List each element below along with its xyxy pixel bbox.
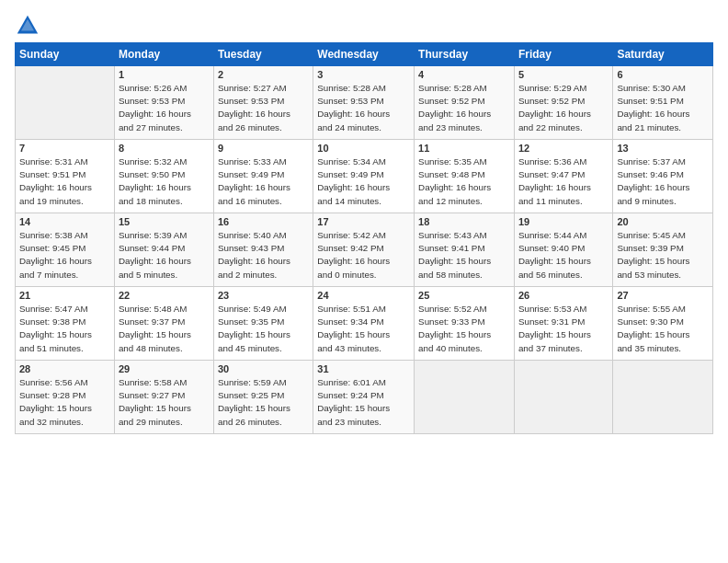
day-info: Sunrise: 5:59 AM Sunset: 9:25 PM Dayligh… <box>218 376 309 429</box>
day-info: Sunrise: 5:35 AM Sunset: 9:48 PM Dayligh… <box>418 155 510 208</box>
day-info: Sunrise: 5:39 AM Sunset: 9:44 PM Dayligh… <box>119 229 210 282</box>
calendar-cell: 2Sunrise: 5:27 AM Sunset: 9:53 PM Daylig… <box>213 66 313 140</box>
day-info: Sunrise: 5:34 AM Sunset: 9:49 PM Dayligh… <box>317 155 410 208</box>
day-number: 27 <box>617 290 709 301</box>
day-number: 17 <box>317 216 410 227</box>
day-number: 15 <box>119 216 210 227</box>
calendar-cell: 3Sunrise: 5:28 AM Sunset: 9:53 PM Daylig… <box>313 66 415 140</box>
day-info: Sunrise: 5:56 AM Sunset: 9:28 PM Dayligh… <box>19 376 110 429</box>
calendar-cell: 22Sunrise: 5:48 AM Sunset: 9:37 PM Dayli… <box>114 287 213 361</box>
calendar-cell: 30Sunrise: 5:59 AM Sunset: 9:25 PM Dayli… <box>213 361 313 434</box>
calendar-cell: 11Sunrise: 5:35 AM Sunset: 9:48 PM Dayli… <box>415 140 515 213</box>
day-number: 3 <box>317 69 410 80</box>
day-info: Sunrise: 5:26 AM Sunset: 9:53 PM Dayligh… <box>119 82 210 134</box>
day-number: 18 <box>418 216 510 227</box>
day-info: Sunrise: 5:28 AM Sunset: 9:52 PM Dayligh… <box>418 82 510 134</box>
day-number: 8 <box>119 143 210 154</box>
day-number: 10 <box>317 143 410 154</box>
day-number: 5 <box>518 69 609 80</box>
calendar-cell: 7Sunrise: 5:31 AM Sunset: 9:51 PM Daylig… <box>16 140 115 213</box>
day-number: 26 <box>518 290 609 301</box>
calendar-cell: 25Sunrise: 5:52 AM Sunset: 9:33 PM Dayli… <box>415 287 515 361</box>
week-row-3: 14Sunrise: 5:38 AM Sunset: 9:45 PM Dayli… <box>16 213 713 287</box>
calendar-cell: 24Sunrise: 5:51 AM Sunset: 9:34 PM Dayli… <box>313 287 415 361</box>
calendar-cell: 28Sunrise: 5:56 AM Sunset: 9:28 PM Dayli… <box>16 361 115 434</box>
calendar-cell: 20Sunrise: 5:45 AM Sunset: 9:39 PM Dayli… <box>613 213 713 287</box>
calendar-cell <box>613 361 713 434</box>
day-info: Sunrise: 5:53 AM Sunset: 9:31 PM Dayligh… <box>518 303 609 355</box>
calendar-cell <box>16 66 115 140</box>
day-number: 11 <box>418 143 510 154</box>
day-number: 16 <box>218 216 309 227</box>
header-row: SundayMondayTuesdayWednesdayThursdayFrid… <box>16 43 713 66</box>
calendar-header: SundayMondayTuesdayWednesdayThursdayFrid… <box>16 43 713 66</box>
column-header-tuesday: Tuesday <box>213 43 313 66</box>
calendar-cell: 1Sunrise: 5:26 AM Sunset: 9:53 PM Daylig… <box>114 66 213 140</box>
column-header-saturday: Saturday <box>613 43 713 66</box>
day-number: 29 <box>119 363 210 374</box>
day-number: 31 <box>317 363 410 374</box>
day-number: 24 <box>317 290 410 301</box>
day-info: Sunrise: 5:42 AM Sunset: 9:42 PM Dayligh… <box>317 229 410 282</box>
calendar-cell: 26Sunrise: 5:53 AM Sunset: 9:31 PM Dayli… <box>514 287 612 361</box>
day-info: Sunrise: 5:43 AM Sunset: 9:41 PM Dayligh… <box>418 229 510 282</box>
calendar-cell: 23Sunrise: 5:49 AM Sunset: 9:35 PM Dayli… <box>213 287 313 361</box>
day-number: 21 <box>19 290 110 301</box>
day-info: Sunrise: 5:28 AM Sunset: 9:53 PM Dayligh… <box>317 82 410 134</box>
day-number: 13 <box>617 143 709 154</box>
calendar-cell: 10Sunrise: 5:34 AM Sunset: 9:49 PM Dayli… <box>313 140 415 213</box>
day-number: 20 <box>617 216 709 227</box>
day-info: Sunrise: 5:47 AM Sunset: 9:38 PM Dayligh… <box>19 303 110 355</box>
column-header-sunday: Sunday <box>16 43 115 66</box>
calendar-cell <box>514 361 612 434</box>
day-info: Sunrise: 5:29 AM Sunset: 9:52 PM Dayligh… <box>518 82 609 134</box>
day-info: Sunrise: 5:49 AM Sunset: 9:35 PM Dayligh… <box>218 303 309 355</box>
day-number: 14 <box>19 216 110 227</box>
calendar-cell: 17Sunrise: 5:42 AM Sunset: 9:42 PM Dayli… <box>313 213 415 287</box>
day-info: Sunrise: 5:32 AM Sunset: 9:50 PM Dayligh… <box>119 155 210 208</box>
calendar-cell: 5Sunrise: 5:29 AM Sunset: 9:52 PM Daylig… <box>514 66 612 140</box>
day-number: 7 <box>19 143 110 154</box>
week-row-4: 21Sunrise: 5:47 AM Sunset: 9:38 PM Dayli… <box>16 287 713 361</box>
day-number: 9 <box>218 143 309 154</box>
day-info: Sunrise: 5:45 AM Sunset: 9:39 PM Dayligh… <box>617 229 709 282</box>
calendar-cell: 6Sunrise: 5:30 AM Sunset: 9:51 PM Daylig… <box>613 66 713 140</box>
day-number: 28 <box>19 363 110 374</box>
column-header-thursday: Thursday <box>415 43 515 66</box>
day-info: Sunrise: 5:58 AM Sunset: 9:27 PM Dayligh… <box>119 376 210 429</box>
day-number: 23 <box>218 290 309 301</box>
day-number: 2 <box>218 69 309 80</box>
page: SundayMondayTuesdayWednesdayThursdayFrid… <box>0 0 728 563</box>
day-info: Sunrise: 5:48 AM Sunset: 9:37 PM Dayligh… <box>119 303 210 355</box>
calendar-cell: 12Sunrise: 5:36 AM Sunset: 9:47 PM Dayli… <box>514 140 612 213</box>
calendar-cell: 15Sunrise: 5:39 AM Sunset: 9:44 PM Dayli… <box>114 213 213 287</box>
day-info: Sunrise: 5:51 AM Sunset: 9:34 PM Dayligh… <box>317 303 410 355</box>
day-info: Sunrise: 5:33 AM Sunset: 9:49 PM Dayligh… <box>218 155 309 208</box>
day-number: 30 <box>218 363 309 374</box>
column-header-wednesday: Wednesday <box>313 43 415 66</box>
day-info: Sunrise: 5:31 AM Sunset: 9:51 PM Dayligh… <box>19 155 110 208</box>
calendar-cell: 16Sunrise: 5:40 AM Sunset: 9:43 PM Dayli… <box>213 213 313 287</box>
day-number: 1 <box>119 69 210 80</box>
day-info: Sunrise: 5:40 AM Sunset: 9:43 PM Dayligh… <box>218 229 309 282</box>
day-number: 12 <box>518 143 609 154</box>
calendar-body: 1Sunrise: 5:26 AM Sunset: 9:53 PM Daylig… <box>16 66 713 434</box>
day-info: Sunrise: 5:44 AM Sunset: 9:40 PM Dayligh… <box>518 229 609 282</box>
day-number: 19 <box>518 216 609 227</box>
column-header-monday: Monday <box>114 43 213 66</box>
day-number: 4 <box>418 69 510 80</box>
calendar-cell <box>415 361 515 434</box>
day-info: Sunrise: 5:30 AM Sunset: 9:51 PM Dayligh… <box>617 82 709 134</box>
calendar-cell: 27Sunrise: 5:55 AM Sunset: 9:30 PM Dayli… <box>613 287 713 361</box>
calendar-cell: 13Sunrise: 5:37 AM Sunset: 9:46 PM Dayli… <box>613 140 713 213</box>
calendar-table: SundayMondayTuesdayWednesdayThursdayFrid… <box>15 42 713 434</box>
day-number: 22 <box>119 290 210 301</box>
week-row-5: 28Sunrise: 5:56 AM Sunset: 9:28 PM Dayli… <box>16 361 713 434</box>
calendar-cell: 14Sunrise: 5:38 AM Sunset: 9:45 PM Dayli… <box>16 213 115 287</box>
day-info: Sunrise: 6:01 AM Sunset: 9:24 PM Dayligh… <box>317 376 410 429</box>
calendar-cell: 31Sunrise: 6:01 AM Sunset: 9:24 PM Dayli… <box>313 361 415 434</box>
day-info: Sunrise: 5:27 AM Sunset: 9:53 PM Dayligh… <box>218 82 309 134</box>
calendar-cell: 9Sunrise: 5:33 AM Sunset: 9:49 PM Daylig… <box>213 140 313 213</box>
day-info: Sunrise: 5:55 AM Sunset: 9:30 PM Dayligh… <box>617 303 709 355</box>
calendar-cell: 29Sunrise: 5:58 AM Sunset: 9:27 PM Dayli… <box>114 361 213 434</box>
